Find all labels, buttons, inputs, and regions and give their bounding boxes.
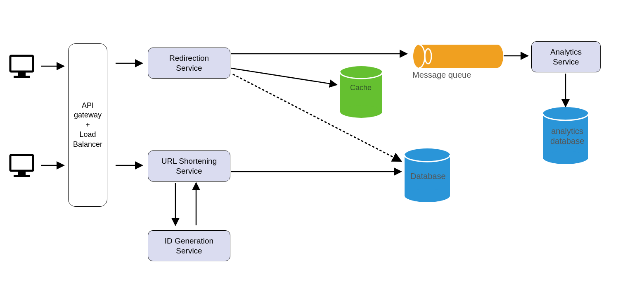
svg-point-27	[413, 45, 425, 68]
svg-point-26	[543, 151, 588, 164]
message-queue-shape	[413, 45, 503, 68]
svg-point-20	[340, 105, 382, 118]
client-icon-2	[10, 155, 33, 177]
svg-rect-2	[14, 76, 30, 78]
analytics-db-label: analytics database	[550, 126, 584, 146]
svg-point-30	[425, 49, 431, 64]
svg-point-23	[405, 189, 450, 202]
cache-label: Cache	[350, 84, 372, 92]
svg-point-21	[405, 148, 450, 162]
svg-point-18	[340, 66, 382, 79]
client-icon-1	[10, 56, 33, 78]
message-queue-label: Message queue	[412, 70, 471, 80]
svg-rect-1	[18, 72, 26, 76]
svg-point-29	[492, 45, 503, 68]
svg-rect-4	[18, 172, 26, 175]
svg-rect-3	[10, 155, 33, 171]
svg-rect-28	[419, 45, 497, 68]
svg-point-24	[543, 107, 588, 120]
svg-rect-0	[10, 56, 33, 72]
redirection-service-box: Redirection Service	[148, 48, 230, 79]
svg-rect-5	[14, 175, 30, 177]
analytics-service-box: Analytics Service	[531, 41, 601, 72]
svg-line-14	[233, 74, 401, 161]
svg-line-13	[231, 68, 337, 85]
database-label: Database	[410, 172, 446, 181]
id-generation-service-box: ID Generation Service	[148, 230, 230, 261]
url-shortening-service-box: URL Shortening Service	[148, 150, 230, 182]
api-gateway-box: API gateway + Load Balancer	[68, 43, 107, 207]
